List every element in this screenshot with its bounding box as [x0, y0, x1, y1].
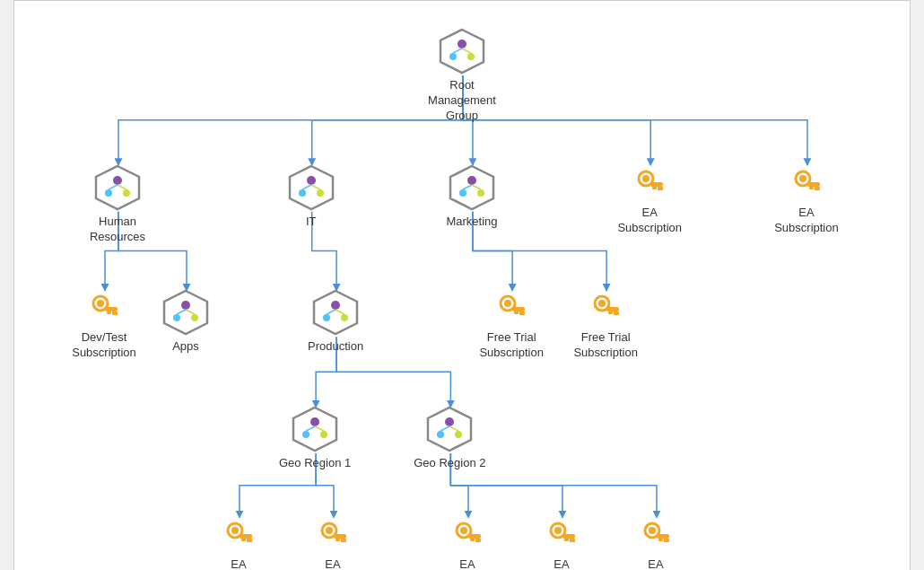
- node-apps-label: Apps: [172, 339, 199, 355]
- svg-point-1: [458, 39, 466, 48]
- svg-rect-26: [650, 182, 663, 187]
- svg-rect-28: [652, 187, 657, 189]
- svg-rect-36: [105, 307, 118, 311]
- svg-line-17: [311, 185, 320, 189]
- svg-point-48: [341, 314, 348, 321]
- svg-point-40: [181, 301, 190, 310]
- svg-point-41: [173, 314, 180, 321]
- node-ea-geo1b-label: EA Subscription: [292, 557, 373, 570]
- svg-rect-31: [807, 182, 820, 187]
- svg-line-49: [327, 310, 336, 314]
- svg-rect-97: [658, 539, 663, 541]
- svg-point-8: [105, 189, 112, 197]
- svg-point-69: [437, 431, 444, 438]
- node-ea-sub-2: EA Subscription: [766, 164, 847, 236]
- node-root-label: Root Management Group: [422, 78, 502, 124]
- svg-marker-45: [314, 291, 357, 334]
- svg-line-65: [306, 426, 315, 431]
- svg-marker-12: [290, 166, 333, 209]
- svg-point-47: [323, 314, 330, 321]
- svg-point-7: [113, 176, 122, 185]
- node-free-trial-1: Free Trial Subscription: [471, 289, 552, 361]
- svg-point-64: [320, 431, 327, 438]
- node-production: Production: [308, 289, 363, 355]
- svg-line-22: [463, 185, 472, 189]
- svg-point-84: [460, 527, 467, 534]
- svg-rect-59: [614, 311, 619, 315]
- svg-rect-60: [608, 311, 613, 314]
- node-ea-geo2a: EA Subscription: [427, 516, 508, 570]
- node-ea-geo1a: EA Subscription: [198, 516, 279, 570]
- svg-point-9: [123, 189, 130, 197]
- node-ea-geo2b: EA Subscription: [521, 516, 602, 570]
- svg-line-66: [315, 426, 324, 431]
- node-marketing: Marketing: [446, 164, 497, 230]
- svg-rect-33: [809, 187, 814, 189]
- svg-rect-96: [664, 539, 669, 542]
- svg-rect-37: [112, 311, 118, 315]
- svg-rect-38: [107, 311, 111, 314]
- svg-line-72: [449, 426, 458, 431]
- node-apps: Apps: [162, 289, 209, 361]
- svg-rect-54: [519, 311, 525, 315]
- svg-point-2: [449, 53, 457, 60]
- svg-point-21: [477, 189, 484, 197]
- svg-rect-86: [475, 539, 481, 542]
- svg-rect-58: [606, 307, 619, 311]
- node-free-trial-2-label: Free Trial Subscription: [565, 330, 646, 361]
- svg-rect-75: [240, 534, 252, 539]
- svg-marker-39: [164, 291, 207, 334]
- node-ea-geo2b-label: EA Subscription: [521, 557, 602, 570]
- svg-point-14: [299, 189, 306, 197]
- svg-point-13: [307, 176, 316, 185]
- node-it: IT: [288, 164, 335, 230]
- svg-rect-85: [468, 534, 481, 539]
- svg-point-42: [191, 314, 198, 321]
- svg-line-71: [440, 426, 449, 431]
- svg-point-3: [467, 53, 475, 60]
- svg-line-4: [453, 48, 462, 53]
- node-geo-region-2: Geo Region 2: [414, 406, 485, 471]
- node-ea-geo2c-label: EA Subscription: [615, 557, 696, 570]
- svg-point-79: [326, 527, 333, 534]
- node-hr-label: Human Resources: [77, 215, 158, 245]
- svg-rect-90: [562, 534, 575, 539]
- svg-point-94: [649, 527, 656, 534]
- node-ea-geo1a-label: EA Subscription: [198, 557, 279, 570]
- svg-rect-77: [241, 539, 246, 541]
- svg-marker-6: [96, 166, 139, 209]
- svg-rect-91: [570, 539, 575, 542]
- svg-rect-92: [564, 539, 569, 541]
- svg-line-43: [177, 310, 186, 314]
- svg-point-62: [310, 417, 319, 426]
- svg-rect-95: [657, 534, 669, 539]
- svg-line-44: [186, 310, 195, 314]
- svg-rect-27: [658, 187, 663, 190]
- svg-point-68: [445, 417, 454, 426]
- svg-line-5: [462, 48, 471, 53]
- node-free-trial-1-label: Free Trial Subscription: [471, 330, 552, 361]
- node-ea-sub-1: EA Subscription: [609, 164, 690, 236]
- svg-rect-87: [470, 539, 475, 541]
- svg-line-10: [109, 185, 118, 189]
- node-devtest-label: Dev/Test Subscription: [64, 330, 144, 361]
- node-hr: Human Resources: [77, 164, 158, 245]
- node-ea-sub-1-label: EA Subscription: [609, 206, 690, 236]
- svg-marker-0: [440, 30, 484, 73]
- node-it-label: IT: [306, 215, 317, 230]
- svg-rect-76: [247, 539, 252, 542]
- svg-point-89: [554, 527, 562, 534]
- svg-rect-82: [336, 539, 340, 541]
- svg-point-57: [598, 300, 606, 307]
- node-devtest: Dev/Test Subscription: [64, 289, 144, 361]
- svg-marker-67: [428, 408, 471, 451]
- svg-point-30: [799, 175, 806, 182]
- svg-point-70: [455, 431, 462, 438]
- svg-line-23: [472, 185, 481, 189]
- svg-line-16: [302, 185, 311, 189]
- svg-line-11: [118, 185, 126, 189]
- node-marketing-label: Marketing: [446, 215, 497, 230]
- svg-point-15: [317, 189, 324, 197]
- svg-point-35: [97, 300, 104, 307]
- node-geo2-label: Geo Region 2: [414, 456, 485, 471]
